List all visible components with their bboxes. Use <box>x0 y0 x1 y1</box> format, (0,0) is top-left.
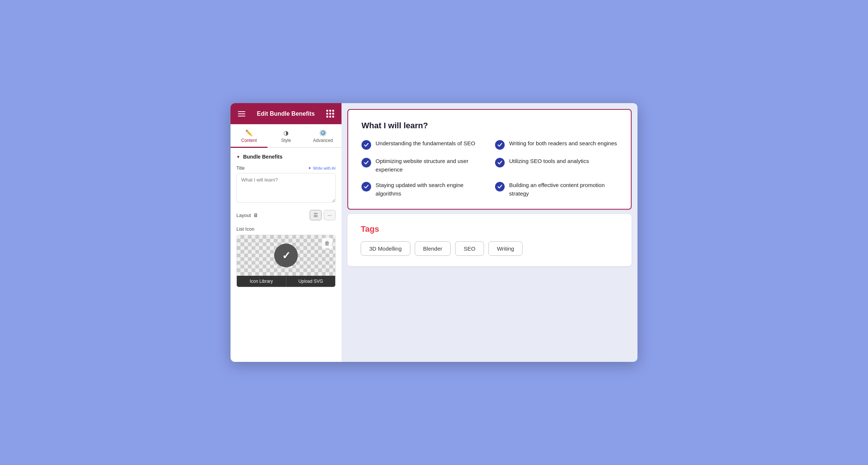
benefit-item: Understanding the fundamentals of SEO <box>361 139 484 150</box>
write-ai-button[interactable]: ✦ Write with AI <box>308 166 336 171</box>
sidebar: Edit Bundle Benefits ✏️ Content ◑ Style … <box>231 103 342 362</box>
list-layout-button[interactable]: ☰ <box>310 210 322 220</box>
benefit-check-icon <box>361 140 371 150</box>
list-icon-field: List Icon ✓ 🗑 Icon Library Upload SVG <box>236 226 336 287</box>
tab-content[interactable]: ✏️ Content <box>231 124 268 148</box>
sidebar-tabs: ✏️ Content ◑ Style ⚙️ Advanced <box>231 124 342 148</box>
benefit-item: Optimizing website structure and user ex… <box>361 157 484 174</box>
icon-library-button[interactable]: Icon Library <box>237 276 286 287</box>
title-textarea[interactable] <box>236 173 336 203</box>
icon-preview: ✓ 🗑 Icon Library Upload SVG <box>236 235 336 287</box>
hamburger-icon[interactable] <box>238 111 245 116</box>
checkmark-icon: ✓ <box>282 250 290 262</box>
section-title: Bundle Benefits <box>243 154 283 160</box>
benefit-check-icon <box>495 158 505 167</box>
sidebar-header: Edit Bundle Benefits <box>231 103 342 124</box>
tags-card: Tags 3D Modelling Blender SEO Writing <box>347 214 632 266</box>
benefit-check-icon <box>361 182 371 191</box>
benefits-title: What I will learn? <box>361 121 618 130</box>
grid-icon[interactable] <box>326 110 334 118</box>
tags-title: Tags <box>361 224 618 234</box>
benefit-item: Utilizing SEO tools and analytics <box>495 157 618 174</box>
sidebar-title: Edit Bundle Benefits <box>257 111 314 117</box>
tab-advanced[interactable]: ⚙️ Advanced <box>305 124 342 148</box>
monitor-icon: 🖥 <box>253 212 258 218</box>
tag-item[interactable]: SEO <box>455 241 484 256</box>
section-arrow[interactable]: ▼ <box>236 155 240 159</box>
benefit-text: Understanding the fundamentals of SEO <box>376 139 475 148</box>
benefits-card: What I will learn? Understanding the fun… <box>347 109 632 210</box>
layout-row: Layout 🖥 ☰ ··· <box>236 210 336 220</box>
benefit-text: Utilizing SEO tools and analytics <box>509 157 589 166</box>
benefit-check-icon <box>495 140 505 150</box>
layout-controls: ☰ ··· <box>310 210 336 220</box>
section-header: ▼ Bundle Benefits <box>236 154 336 160</box>
icon-checkered-bg: ✓ 🗑 <box>237 235 335 276</box>
title-label-row: Title ✦ Write with AI <box>236 166 336 171</box>
benefit-text: Optimizing website structure and user ex… <box>376 157 484 174</box>
list-icon-label: List Icon <box>236 226 336 232</box>
benefit-item: Writing for both readers and search engi… <box>495 139 618 150</box>
tags-list: 3D Modelling Blender SEO Writing <box>361 241 618 256</box>
benefit-item: Building an effective content promotion … <box>495 181 618 198</box>
title-label: Title <box>236 166 245 171</box>
tag-item[interactable]: 3D Modelling <box>361 241 410 256</box>
benefit-item: Staying updated with search engine algor… <box>361 181 484 198</box>
main-content: What I will learn? Understanding the fun… <box>342 103 637 362</box>
title-field: Title ✦ Write with AI <box>236 166 336 204</box>
delete-icon-button[interactable]: 🗑 <box>322 238 332 248</box>
icon-circle: ✓ <box>274 244 298 267</box>
benefits-grid: Understanding the fundamentals of SEO Wr… <box>361 139 618 198</box>
gear-icon: ⚙️ <box>319 129 327 136</box>
benefit-text: Writing for both readers and search engi… <box>509 139 617 148</box>
icon-actions: Icon Library Upload SVG <box>237 276 335 287</box>
ai-sparkle-icon: ✦ <box>308 166 312 171</box>
benefit-text: Building an effective content promotion … <box>509 181 618 198</box>
tag-item[interactable]: Blender <box>415 241 451 256</box>
tag-item[interactable]: Writing <box>488 241 522 256</box>
benefit-check-icon <box>495 182 505 191</box>
sidebar-body: ▼ Bundle Benefits Title ✦ Write with AI … <box>231 148 342 362</box>
style-icon: ◑ <box>283 129 289 136</box>
tab-style[interactable]: ◑ Style <box>268 124 305 148</box>
layout-label: Layout 🖥 <box>236 212 258 218</box>
app-window: Edit Bundle Benefits ✏️ Content ◑ Style … <box>231 103 637 362</box>
upload-svg-button[interactable]: Upload SVG <box>286 276 336 287</box>
benefit-check-icon <box>361 158 371 167</box>
pencil-icon: ✏️ <box>245 129 253 136</box>
benefit-text: Staying updated with search engine algor… <box>376 181 484 198</box>
more-layout-button[interactable]: ··· <box>324 210 336 220</box>
